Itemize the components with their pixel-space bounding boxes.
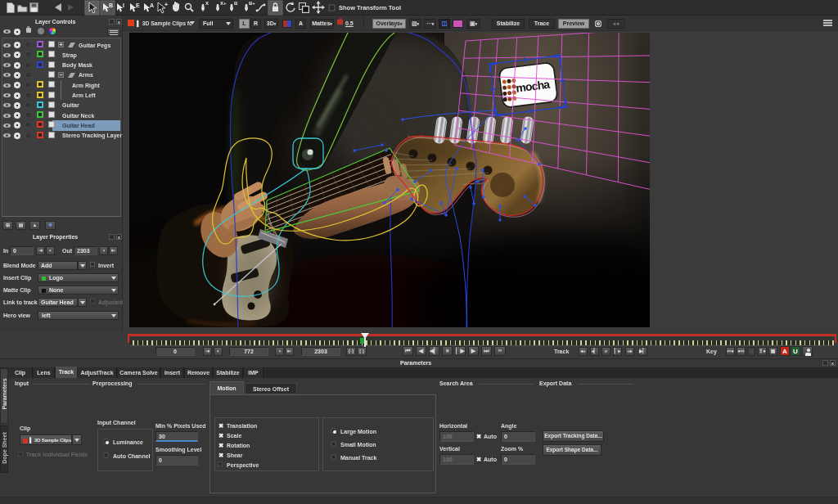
svg-text:X: X <box>205 1 209 6</box>
svg-text:B: B <box>234 1 238 6</box>
svg-text:B: B <box>109 2 113 8</box>
svg-text:I: I <box>123 2 124 8</box>
svg-text:B+: B+ <box>249 1 255 6</box>
svg-text:A: A <box>150 2 154 8</box>
svg-text:E: E <box>136 2 140 8</box>
svg-text:X+: X+ <box>220 1 227 6</box>
svg-text:Show Transform Tool: Show Transform Tool <box>339 4 401 11</box>
svg-text:+: + <box>164 2 168 7</box>
